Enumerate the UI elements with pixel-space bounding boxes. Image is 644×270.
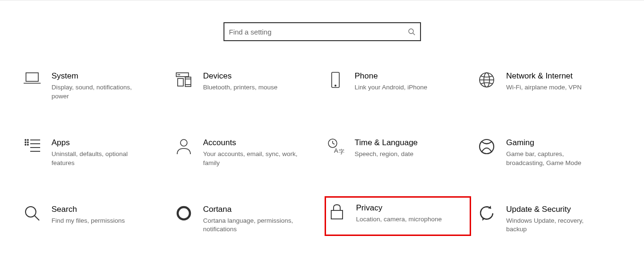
svg-point-0: [409, 29, 413, 34]
tile-cortana[interactable]: CortanaCortana language, permissions, no…: [173, 203, 320, 236]
tile-text: CortanaCortana language, permissions, no…: [203, 205, 298, 235]
laptop-icon: [23, 71, 41, 89]
search-input[interactable]: [229, 28, 408, 36]
tile-title: Accounts: [203, 138, 298, 148]
tile-title: Search: [52, 205, 125, 214]
tile-description: Link your Android, iPhone: [355, 83, 428, 92]
tile-gaming[interactable]: GamingGame bar, captures, broadcasting, …: [476, 136, 623, 170]
svg-point-6: [179, 75, 180, 75]
tile-text: AccountsYour accounts, email, sync, work…: [203, 138, 298, 168]
search-icon: [23, 205, 41, 223]
tile-text: Time & LanguageSpeech, region, date: [355, 138, 418, 168]
search-container: [0, 0, 644, 70]
tile-title: Apps: [52, 138, 146, 148]
tile-text: Network & InternetWi-Fi, airplane mode, …: [506, 71, 582, 101]
tile-title: System: [52, 71, 146, 81]
tile-description: Bluetooth, printers, mouse: [203, 83, 278, 92]
svg-point-18: [25, 144, 26, 145]
tile-system[interactable]: SystemDisplay, sound, notifications, pow…: [21, 70, 168, 103]
tile-description: Your accounts, email, sync, work, family: [203, 150, 298, 168]
svg-rect-36: [331, 210, 343, 219]
tile-description: Wi-Fi, airplane mode, VPN: [506, 83, 582, 92]
svg-point-19: [27, 139, 28, 140]
tile-text: GamingGame bar, captures, broadcasting, …: [506, 138, 601, 168]
apps-icon: [23, 138, 41, 156]
settings-grid: SystemDisplay, sound, notifications, pow…: [0, 70, 644, 236]
tile-description: Windows Update, recovery, backup: [506, 217, 601, 235]
tile-text: SystemDisplay, sound, notifications, pow…: [52, 71, 146, 101]
tile-title: Devices: [203, 71, 278, 81]
phone-icon: [326, 71, 344, 89]
tile-text: AppsUninstall, defaults, optional featur…: [52, 138, 146, 168]
svg-point-17: [25, 142, 26, 143]
search-icon: [408, 28, 415, 35]
tile-title: Network & Internet: [506, 71, 582, 81]
svg-line-1: [413, 33, 415, 35]
tile-network[interactable]: Network & InternetWi-Fi, airplane mode, …: [476, 70, 623, 103]
svg-point-26: [180, 139, 187, 146]
tile-text: DevicesBluetooth, printers, mouse: [203, 71, 278, 101]
svg-line-29: [333, 143, 335, 144]
tile-apps[interactable]: AppsUninstall, defaults, optional featur…: [21, 136, 168, 170]
tile-title: Phone: [355, 71, 428, 81]
search-box[interactable]: [223, 22, 421, 41]
tile-title: Time & Language: [355, 138, 418, 148]
svg-line-34: [34, 216, 39, 220]
tile-accounts[interactable]: AccountsYour accounts, email, sync, work…: [173, 136, 320, 170]
person-icon: [175, 138, 193, 156]
cortana-icon: [175, 205, 193, 223]
svg-point-21: [27, 144, 28, 145]
tile-description: Cortana language, permissions, notificat…: [203, 217, 298, 235]
tile-title: Privacy: [356, 203, 442, 213]
globe-icon: [478, 71, 496, 89]
svg-rect-7: [178, 78, 183, 86]
tile-search[interactable]: SearchFind my files, permissions: [21, 203, 168, 236]
tile-title: Cortana: [203, 205, 298, 214]
time-language-icon: A字: [326, 138, 344, 156]
tile-privacy[interactable]: PrivacyLocation, camera, microphone: [325, 196, 472, 236]
svg-text:A: A: [334, 147, 338, 154]
tile-description: Game bar, captures, broadcasting, Game M…: [506, 150, 601, 168]
xbox-icon: [478, 138, 496, 156]
tile-devices[interactable]: DevicesBluetooth, printers, mouse: [173, 70, 320, 103]
svg-text:字: 字: [339, 148, 344, 155]
tile-description: Find my files, permissions: [52, 217, 125, 226]
tile-title: Update & Security: [506, 205, 601, 214]
svg-point-35: [178, 207, 190, 219]
tile-text: Update & SecurityWindows Update, recover…: [506, 205, 601, 235]
tile-description: Display, sound, notifications, power: [52, 83, 146, 101]
svg-point-12: [335, 85, 335, 86]
svg-point-16: [25, 139, 26, 140]
tile-text: PhoneLink your Android, iPhone: [355, 71, 428, 101]
tile-time[interactable]: A字Time & LanguageSpeech, region, date: [325, 136, 472, 170]
tile-description: Speech, region, date: [355, 150, 418, 159]
tile-text: PrivacyLocation, camera, microphone: [356, 203, 442, 229]
tile-description: Location, camera, microphone: [356, 215, 442, 224]
tile-phone[interactable]: PhoneLink your Android, iPhone: [325, 70, 472, 103]
svg-rect-8: [185, 77, 191, 87]
svg-point-20: [27, 142, 28, 143]
tile-update[interactable]: Update & SecurityWindows Update, recover…: [476, 203, 623, 236]
svg-point-33: [26, 207, 36, 217]
tile-text: SearchFind my files, permissions: [52, 205, 125, 235]
svg-rect-2: [26, 73, 38, 81]
tile-title: Gaming: [506, 138, 601, 148]
update-icon: [478, 205, 496, 223]
devices-icon: [175, 71, 193, 89]
tile-description: Uninstall, defaults, optional features: [52, 150, 146, 168]
svg-point-5: [178, 75, 178, 75]
lock-icon: [328, 203, 346, 221]
